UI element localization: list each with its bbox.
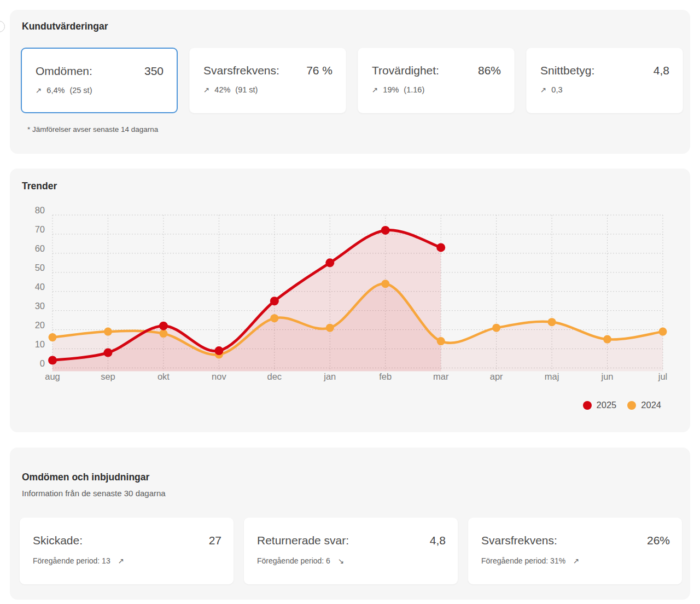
svg-text:0: 0 — [40, 358, 45, 368]
svg-text:jan: jan — [323, 371, 336, 381]
review-label: Skickade: — [33, 534, 83, 547]
kpi-label: Svarsfrekvens: — [203, 64, 279, 77]
data-point[interactable] — [548, 318, 556, 326]
review-label: Svarsfrekvens: — [481, 534, 557, 547]
kpi-change-detail: (1.16) — [404, 85, 424, 94]
kpi-section-title: Kundutvärderingar — [22, 22, 108, 32]
data-point[interactable] — [659, 328, 667, 336]
kpi-label: Snittbetyg: — [540, 64, 594, 77]
review-prev-row: Föregående period: 6 ↘ — [244, 556, 458, 565]
data-point[interactable] — [381, 226, 390, 235]
reviews-section-title: Omdömen och inbjudningar — [22, 473, 149, 483]
previous-period-text: Föregående period: 13 — [33, 556, 110, 565]
data-point[interactable] — [104, 328, 112, 336]
svg-text:mar: mar — [433, 371, 449, 381]
kpi-trend-row: ↗ 6,4% (25 st) — [22, 86, 177, 95]
kpi-value: 76 % — [306, 64, 332, 77]
review-prev-row: Föregående period: 13 ↗ — [20, 556, 234, 565]
svg-text:aug: aug — [45, 371, 60, 381]
kpi-trend-row: ↗ 0,3 — [527, 85, 682, 94]
review-prev-row: Föregående period: 31% ↗ — [468, 556, 682, 565]
svg-text:70: 70 — [35, 224, 45, 234]
reviews-card-row: Skickade: 27 Föregående period: 13 ↗ Ret… — [20, 518, 682, 584]
svg-text:40: 40 — [35, 282, 45, 292]
kpi-change: 6,4% — [46, 86, 65, 95]
x-axis-labels: augsepoktnovdecjanfebmaraprmajjunjul — [45, 371, 667, 381]
trend-up-icon: ↗ — [118, 556, 124, 565]
kpi-card-trovardighet[interactable]: Trovärdighet: 86% ↗ 19% (1.16) — [358, 48, 515, 113]
kpi-card-header: Omdömen: 350 — [22, 49, 177, 78]
kpi-value: 86% — [478, 64, 501, 77]
kpi-value: 350 — [144, 65, 164, 78]
kpi-label: Omdömen: — [36, 65, 92, 78]
comparison-footnote: * Jämförelser avser senaste 14 dagarna — [27, 125, 158, 133]
kpi-change-detail: (25 st) — [69, 86, 92, 95]
data-point[interactable] — [603, 335, 611, 344]
svg-text:jul: jul — [658, 371, 668, 381]
review-card-svarsfrekvens: Svarsfrekvens: 26% Föregående period: 31… — [468, 518, 682, 584]
kpi-card-header: Snittbetyg: 4,8 — [527, 48, 682, 77]
data-point[interactable] — [437, 337, 445, 345]
kpi-label: Trovärdighet: — [372, 64, 439, 77]
kpi-card-row: Omdömen: 350 ↗ 6,4% (25 st) Svarsfrekven… — [21, 48, 683, 113]
data-point[interactable] — [436, 243, 445, 252]
review-card-skickade: Skickade: 27 Föregående period: 13 ↗ — [20, 518, 234, 584]
review-card-header: Returnerade svar: 4,8 — [244, 518, 458, 547]
svg-text:10: 10 — [35, 339, 45, 349]
trend-down-icon: ↘ — [338, 556, 344, 565]
legend-dot-2024-icon — [627, 401, 636, 410]
data-point[interactable] — [49, 333, 57, 341]
data-point[interactable] — [159, 322, 168, 330]
svg-text:jun: jun — [601, 371, 614, 381]
y-axis-labels: 01020304050607080 — [35, 205, 45, 368]
svg-text:feb: feb — [379, 371, 392, 381]
data-point[interactable] — [492, 324, 500, 332]
trend-up-icon: ↗ — [203, 85, 209, 94]
data-point[interactable] — [103, 349, 112, 357]
kpi-card-svarsfrekvens[interactable]: Svarsfrekvens: 76 % ↗ 42% (91 st) — [189, 48, 346, 113]
kpi-change-detail: (91 st) — [235, 85, 258, 94]
data-point[interactable] — [48, 356, 57, 365]
trend-line-chart[interactable]: 01020304050607080augsepoktnovdecjanfebma… — [10, 169, 690, 432]
review-card-header: Svarsfrekvens: 26% — [468, 518, 682, 547]
kpi-card-header: Svarsfrekvens: 76 % — [190, 48, 346, 77]
trend-up-icon: ↗ — [372, 85, 378, 94]
data-point[interactable] — [214, 346, 223, 355]
data-point[interactable] — [325, 258, 334, 267]
previous-period-text: Föregående period: 6 — [257, 556, 330, 565]
svg-text:apr: apr — [490, 371, 503, 381]
floating-button-partial[interactable] — [0, 21, 5, 32]
legend-label: 2024 — [641, 400, 661, 410]
data-point[interactable] — [381, 280, 389, 288]
reviews-section: Omdömen och inbjudningar Information frå… — [10, 448, 690, 600]
chart-legend: 2025 2024 — [583, 400, 667, 410]
trend-up-icon: ↗ — [573, 556, 579, 565]
legend-label: 2025 — [597, 400, 617, 410]
review-value: 4,8 — [430, 534, 446, 547]
data-point[interactable] — [326, 324, 334, 332]
kpi-card-snittbetyg[interactable]: Snittbetyg: 4,8 ↗ 0,3 — [526, 48, 683, 113]
review-value: 27 — [209, 534, 221, 547]
review-value: 26% — [647, 534, 670, 547]
svg-text:dec: dec — [267, 371, 282, 381]
svg-text:60: 60 — [35, 243, 45, 253]
legend-item-2025[interactable]: 2025 — [583, 400, 623, 410]
svg-text:30: 30 — [35, 301, 45, 311]
previous-period-text: Föregående period: 31% — [481, 556, 565, 565]
legend-item-2024[interactable]: 2024 — [627, 400, 667, 410]
review-card-returnerade-svar: Returnerade svar: 4,8 Föregående period:… — [244, 518, 458, 584]
kpi-change: 42% — [214, 85, 230, 94]
reviews-section-subtitle: Information från de senaste 30 dagarna — [22, 489, 166, 497]
trends-section: Trender 01020304050607080augsepoktnovdec… — [10, 169, 690, 432]
svg-text:50: 50 — [35, 263, 45, 272]
kpi-change: 19% — [383, 85, 399, 94]
legend-dot-2025-icon — [583, 401, 592, 410]
svg-text:sep: sep — [101, 371, 115, 381]
kpi-card-omdomen[interactable]: Omdömen: 350 ↗ 6,4% (25 st) — [21, 48, 178, 113]
kpi-section: Kundutvärderingar Omdömen: 350 ↗ 6,4% (2… — [10, 10, 690, 154]
data-point[interactable] — [159, 329, 167, 338]
data-point[interactable] — [270, 297, 279, 305]
trend-up-icon: ↗ — [540, 85, 546, 94]
data-point[interactable] — [270, 314, 278, 322]
svg-text:nov: nov — [212, 371, 226, 381]
